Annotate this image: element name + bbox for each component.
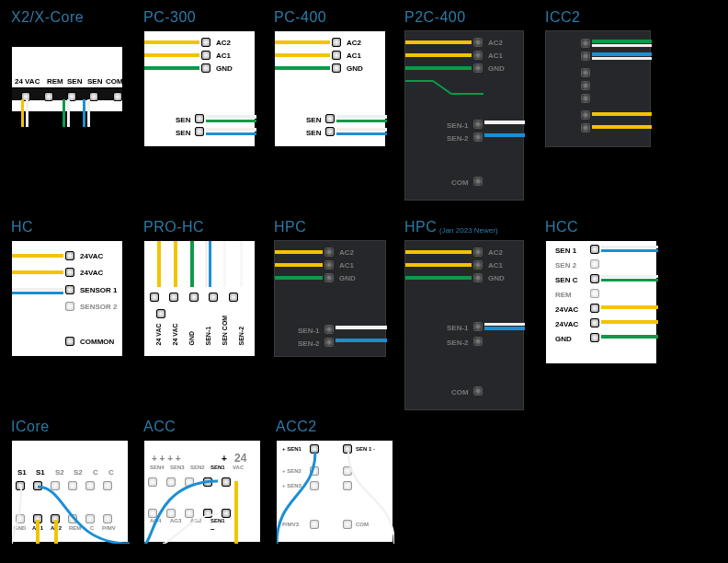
hpc-sen1: SEN-1 xyxy=(298,327,320,335)
title-x2xcore: X2/X-Core xyxy=(11,9,84,26)
panel-icore: S1 S1 S2 S2 C C GND AC1 AC2 REM C P/MV xyxy=(11,440,129,543)
wire-yellow xyxy=(601,305,658,309)
terminal-icon xyxy=(581,94,590,103)
wire-white xyxy=(87,99,90,127)
terminal-icon xyxy=(590,304,599,313)
wire-yellow xyxy=(405,40,472,44)
wire-white xyxy=(592,57,652,60)
p2c-sen1: SEN-1 xyxy=(447,121,469,130)
terminal-icon xyxy=(325,114,335,123)
x2-lbl-0: 24 VAC xyxy=(15,77,40,86)
title-pc300: PC-300 xyxy=(143,9,196,26)
terminal-icon xyxy=(113,92,122,101)
wire-green xyxy=(601,335,658,339)
terminal-icon xyxy=(195,114,204,123)
wire-yellow xyxy=(275,40,330,44)
wire-green xyxy=(601,279,658,282)
p2c-com: COM xyxy=(451,178,469,187)
title-acc: ACC xyxy=(143,419,176,435)
icore-wires xyxy=(12,441,130,544)
terminal-icon xyxy=(473,177,483,186)
p2c-sen2: SEN-2 xyxy=(447,134,469,143)
wire-yellow xyxy=(21,99,24,127)
acc2-wires xyxy=(277,441,394,544)
hcc-r0: SEN 1 xyxy=(555,247,576,255)
p2c-ac2: AC2 xyxy=(488,39,503,47)
wire-yellow xyxy=(12,270,63,274)
terminal-icon xyxy=(325,127,335,136)
hpc2-com: COM xyxy=(451,388,469,396)
hc-r4: COMMON xyxy=(80,338,114,346)
wire-white xyxy=(484,121,525,124)
wire-white xyxy=(223,241,226,287)
terminal-icon xyxy=(581,123,590,132)
terminal-icon xyxy=(156,309,165,318)
pc400-gnd: GND xyxy=(347,64,363,73)
terminal-icon xyxy=(473,120,483,129)
wire-blue xyxy=(336,132,387,135)
terminal-icon xyxy=(324,247,334,257)
pc300-sen1: SEN xyxy=(176,116,190,124)
wire-yellow xyxy=(12,254,63,258)
hcc-r1: SEN 2 xyxy=(555,261,576,270)
title-hpc2: HPC xyxy=(404,219,437,236)
terminal-icon xyxy=(332,38,341,47)
hpc2-ac2: AC2 xyxy=(488,248,503,257)
terminal-icon xyxy=(332,63,341,73)
terminal-icon xyxy=(201,51,210,60)
subtitle-hpc2: (Jan 2023 Newer) xyxy=(439,226,498,235)
terminal-icon xyxy=(473,51,483,60)
terminal-icon xyxy=(581,52,590,61)
terminal-icon xyxy=(473,337,483,346)
terminal-icon xyxy=(65,302,74,311)
prohc-termrow xyxy=(150,289,249,322)
acc-wires xyxy=(144,441,262,544)
hpc-ac1: AC1 xyxy=(339,261,354,270)
hpc2-gnd: GND xyxy=(488,274,505,282)
x2-lbl-4: COM xyxy=(106,77,123,86)
x2-lbl-3: SEN xyxy=(87,77,102,86)
panel-hcc: SEN 1 SEN 2 SEN C REM 24VAC 24VAC GND xyxy=(545,240,657,364)
prohc-c5: SEN-2 xyxy=(238,318,245,346)
terminal-icon xyxy=(65,285,74,294)
wire-blue xyxy=(83,99,85,127)
wire-blue xyxy=(209,241,211,287)
hcc-r3: REM xyxy=(555,291,572,299)
pc400-ac2: AC2 xyxy=(347,39,361,47)
pc400-ac1: AC1 xyxy=(347,52,361,60)
panel-pc300: AC2 AC1 GND SEN SEN xyxy=(143,30,256,147)
terminal-icon xyxy=(65,337,74,346)
pc300-sen2: SEN xyxy=(176,129,190,137)
prohc-c2: GND xyxy=(188,318,195,346)
wire-white xyxy=(336,115,387,119)
wire-green xyxy=(190,241,194,287)
terminal-icon xyxy=(590,259,599,269)
terminal-icon xyxy=(473,132,483,142)
wire-yellow xyxy=(405,263,472,267)
title-hc: HC xyxy=(11,219,33,236)
hcc-r2: SEN C xyxy=(555,276,577,284)
wire-blue xyxy=(206,132,256,135)
terminal-icon xyxy=(195,127,204,136)
p2c-gnd: GND xyxy=(488,64,505,73)
terminal-icon xyxy=(209,293,218,302)
terminal-icon xyxy=(189,293,199,302)
wire-yellow xyxy=(592,112,652,116)
terminal-icon xyxy=(229,293,238,302)
wire-blue xyxy=(484,327,525,330)
wire-yellow xyxy=(157,241,161,287)
hcc-r6: GND xyxy=(555,335,572,343)
hcc-r4: 24VAC xyxy=(555,305,578,314)
wire-yellow xyxy=(144,53,199,57)
terminal-icon xyxy=(473,247,483,257)
wire-blue xyxy=(484,133,525,137)
wire-blue xyxy=(12,292,63,294)
pc400-sen2: SEN xyxy=(306,129,321,137)
prohc-c4: SEN COM xyxy=(222,318,228,346)
wire-blue xyxy=(336,339,387,342)
terminal-icon xyxy=(65,251,74,260)
title-hcc: HCC xyxy=(545,219,578,236)
panel-hpc: AC2 AC1 GND SEN-1 SEN-2 xyxy=(274,240,386,357)
wire-white xyxy=(26,99,28,127)
p2c-ac1: AC1 xyxy=(488,52,503,60)
